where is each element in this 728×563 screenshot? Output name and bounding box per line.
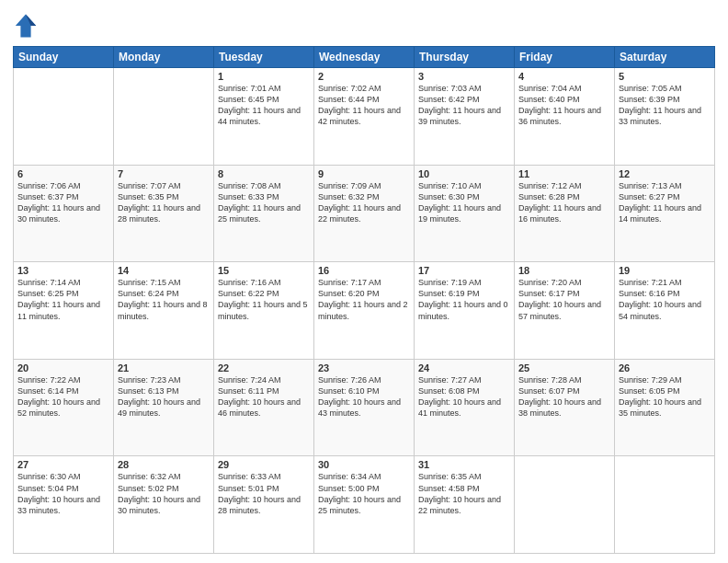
daylight-text: Daylight: 10 hours and 38 minutes. [518,397,601,418]
sunset-text: Sunset: 6:42 PM [418,95,480,104]
sunset-text: Sunset: 6:30 PM [418,192,480,201]
daylight-text: Daylight: 11 hours and 5 minutes. [218,300,308,320]
page: SundayMondayTuesdayWednesdayThursdayFrid… [0,0,728,563]
calendar-day-cell: 27Sunrise: 6:30 AMSunset: 5:04 PMDayligh… [14,456,114,554]
day-number: 8 [218,168,310,179]
sunset-text: Sunset: 6:45 PM [218,95,279,104]
sunrise-text: Sunrise: 6:32 AM [118,472,181,481]
day-number: 20 [17,362,109,373]
day-number: 23 [318,362,410,373]
sunset-text: Sunset: 6:16 PM [619,289,680,298]
calendar-day-cell: 31Sunrise: 6:35 AMSunset: 4:58 PMDayligh… [415,456,515,554]
daylight-text: Daylight: 11 hours and 19 minutes. [418,203,501,224]
day-number: 6 [17,168,109,179]
sunrise-text: Sunrise: 7:17 AM [318,278,381,287]
header [13,9,715,39]
day-info: Sunrise: 7:13 AMSunset: 6:27 PMDaylight:… [619,180,711,225]
sunrise-text: Sunrise: 7:29 AM [619,375,682,385]
sunset-text: Sunset: 6:13 PM [118,386,179,396]
day-info: Sunrise: 6:34 AMSunset: 5:00 PMDaylight:… [318,471,410,516]
weekday-header-cell: Saturday [615,47,715,68]
day-number: 13 [17,265,109,276]
day-number: 15 [218,265,310,276]
day-number: 7 [118,168,210,179]
day-number: 31 [418,459,510,470]
day-number: 10 [418,168,510,179]
sunset-text: Sunset: 6:22 PM [218,289,279,298]
sunset-text: Sunset: 6:35 PM [118,192,179,201]
day-info: Sunrise: 7:01 AMSunset: 6:45 PMDaylight:… [218,83,310,128]
calendar-day-cell: 21Sunrise: 7:23 AMSunset: 6:13 PMDayligh… [114,359,214,456]
daylight-text: Daylight: 10 hours and 54 minutes. [619,300,701,320]
daylight-text: Daylight: 11 hours and 25 minutes. [218,203,301,224]
sunrise-text: Sunrise: 7:09 AM [318,181,381,190]
sunrise-text: Sunrise: 7:08 AM [218,181,281,190]
sunrise-text: Sunrise: 7:27 AM [418,375,482,385]
sunrise-text: Sunrise: 7:03 AM [418,84,482,93]
daylight-text: Daylight: 10 hours and 35 minutes. [619,397,701,418]
daylight-text: Daylight: 10 hours and 41 minutes. [418,397,501,418]
day-number: 2 [318,71,410,82]
day-info: Sunrise: 7:15 AMSunset: 6:24 PMDaylight:… [118,277,210,322]
day-info: Sunrise: 7:20 AMSunset: 6:17 PMDaylight:… [518,277,610,322]
sunset-text: Sunset: 6:08 PM [418,386,480,396]
calendar-day-cell: 2Sunrise: 7:02 AMSunset: 6:44 PMDaylight… [314,68,415,166]
sunrise-text: Sunrise: 7:10 AM [418,181,482,190]
sunset-text: Sunset: 6:14 PM [17,386,79,396]
day-info: Sunrise: 7:19 AMSunset: 6:19 PMDaylight:… [418,277,510,322]
daylight-text: Daylight: 11 hours and 39 minutes. [418,106,501,126]
day-number: 12 [619,168,711,179]
sunset-text: Sunset: 6:19 PM [418,289,480,298]
sunset-text: Sunset: 6:05 PM [619,386,680,396]
day-number: 1 [218,71,310,82]
sunset-text: Sunset: 5:02 PM [118,484,179,493]
calendar-week-row: 20Sunrise: 7:22 AMSunset: 6:14 PMDayligh… [14,359,715,456]
day-number: 29 [218,459,310,470]
day-number: 24 [418,362,510,373]
calendar-day-cell: 15Sunrise: 7:16 AMSunset: 6:22 PMDayligh… [214,262,314,360]
daylight-text: Daylight: 11 hours and 0 minutes. [418,300,508,320]
daylight-text: Daylight: 11 hours and 2 minutes. [318,300,408,320]
day-info: Sunrise: 7:28 AMSunset: 6:07 PMDaylight:… [518,374,610,419]
sunset-text: Sunset: 6:40 PM [518,95,580,104]
sunrise-text: Sunrise: 6:34 AM [318,472,381,481]
calendar-day-cell [14,68,114,166]
day-info: Sunrise: 7:27 AMSunset: 6:08 PMDaylight:… [418,374,510,419]
day-info: Sunrise: 6:33 AMSunset: 5:01 PMDaylight:… [218,471,310,516]
daylight-text: Daylight: 11 hours and 36 minutes. [518,106,601,126]
day-number: 11 [518,168,610,179]
daylight-text: Daylight: 10 hours and 49 minutes. [118,397,200,418]
sunset-text: Sunset: 6:28 PM [518,192,580,201]
daylight-text: Daylight: 10 hours and 46 minutes. [218,397,301,418]
sunset-text: Sunset: 5:04 PM [17,484,79,493]
day-number: 5 [619,71,711,82]
daylight-text: Daylight: 10 hours and 57 minutes. [518,300,601,320]
sunrise-text: Sunrise: 7:28 AM [518,375,582,385]
sunrise-text: Sunrise: 7:13 AM [619,181,682,190]
sunrise-text: Sunrise: 7:15 AM [118,278,181,287]
sunset-text: Sunset: 6:39 PM [619,95,680,104]
sunset-text: Sunset: 4:58 PM [418,484,480,493]
daylight-text: Daylight: 11 hours and 14 minutes. [619,203,701,224]
calendar-table: SundayMondayTuesdayWednesdayThursdayFrid… [13,46,715,554]
daylight-text: Daylight: 11 hours and 11 minutes. [17,300,100,320]
day-info: Sunrise: 7:10 AMSunset: 6:30 PMDaylight:… [418,180,510,225]
weekday-header-cell: Friday [515,47,615,68]
sunrise-text: Sunrise: 7:12 AM [518,181,582,190]
calendar-day-cell [515,456,615,554]
sunset-text: Sunset: 6:24 PM [118,289,179,298]
day-info: Sunrise: 7:26 AMSunset: 6:10 PMDaylight:… [318,374,410,419]
day-number: 30 [318,459,410,470]
sunset-text: Sunset: 6:20 PM [318,289,380,298]
day-info: Sunrise: 7:06 AMSunset: 6:37 PMDaylight:… [17,180,109,225]
sunrise-text: Sunrise: 7:19 AM [418,278,482,287]
sunrise-text: Sunrise: 7:05 AM [619,84,682,93]
sunrise-text: Sunrise: 7:24 AM [218,375,281,385]
calendar-day-cell: 4Sunrise: 7:04 AMSunset: 6:40 PMDaylight… [515,68,615,166]
day-info: Sunrise: 7:05 AMSunset: 6:39 PMDaylight:… [619,83,711,128]
day-info: Sunrise: 7:14 AMSunset: 6:25 PMDaylight:… [17,277,109,322]
calendar-day-cell: 11Sunrise: 7:12 AMSunset: 6:28 PMDayligh… [515,165,615,262]
calendar-day-cell: 18Sunrise: 7:20 AMSunset: 6:17 PMDayligh… [515,262,615,360]
calendar-week-row: 27Sunrise: 6:30 AMSunset: 5:04 PMDayligh… [14,456,715,554]
day-info: Sunrise: 7:16 AMSunset: 6:22 PMDaylight:… [218,277,310,322]
